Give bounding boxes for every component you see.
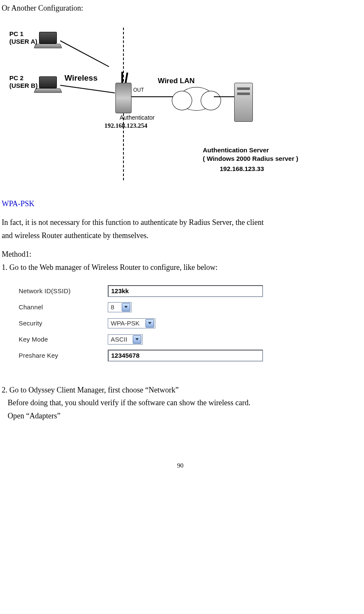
chevron-down-icon [133, 335, 141, 344]
wired-lan-label: Wired LAN [158, 77, 195, 85]
channel-value: 8 [111, 302, 114, 313]
cloud-icon [179, 87, 214, 111]
chevron-down-icon [146, 319, 154, 328]
laptop-pc2-icon [35, 76, 60, 93]
wpa-desc-line1: In fact, it is not necessary for this fu… [2, 216, 359, 229]
connector-line [214, 96, 234, 97]
keymode-value: ASCII [111, 334, 127, 345]
page-number: 90 [2, 460, 359, 471]
step2-line2: Before doing that, you should verify if … [2, 396, 359, 409]
network-diagram: PC 1 (USER A) PC 2 (USER B) Wireless OUT… [9, 28, 315, 189]
out-label: OUT [133, 87, 144, 93]
pc2-label: PC 2 [9, 74, 23, 82]
user-a-label: (USER A) [9, 38, 37, 45]
wpa-desc-line2: and wireless Router authenticate by them… [2, 229, 359, 242]
pc1-label: PC 1 [9, 30, 23, 38]
access-point-icon [115, 83, 131, 112]
connector-line [132, 96, 176, 97]
security-value: WPA-PSK [111, 318, 140, 329]
connector-line [60, 40, 109, 67]
step1-text: 1. Go to the Web manager of Wireless Rou… [2, 261, 359, 274]
server-icon [234, 83, 253, 122]
psk-label: Preshare Key [19, 350, 108, 361]
method1-heading: Method1: [2, 248, 359, 261]
ssid-input[interactable] [108, 285, 263, 297]
intro-line: Or Another Configuration: [2, 2, 359, 15]
connector-line [60, 85, 115, 93]
auth-server-line2: ( Windows 2000 Radius server ) [203, 155, 298, 163]
channel-label: Channel [19, 302, 108, 313]
security-select[interactable]: WPA-PSK [108, 318, 155, 328]
step2-line1: 2. Go to Odyssey Client Manager, first c… [2, 384, 359, 397]
chevron-down-icon [122, 303, 130, 311]
security-label: Security [19, 318, 108, 329]
laptop-pc1-icon [35, 32, 60, 49]
router-config-form: Network ID(SSID) Channel 8 Security WPA-… [12, 275, 297, 378]
keymode-select[interactable]: ASCII [108, 334, 143, 345]
step2-line3: Open “Adapters” [2, 409, 359, 423]
wpa-psk-heading: WPA-PSK [2, 197, 359, 210]
wireless-label: Wireless [64, 73, 98, 83]
keymode-label: Key Mode [19, 334, 108, 345]
auth-server-ip: 192.168.123.33 [220, 165, 264, 173]
authenticator-label: Authenticator [120, 114, 155, 121]
authenticator-ip: 192.168.123.254 [104, 122, 147, 129]
ssid-label: Network ID(SSID) [19, 286, 108, 297]
psk-input[interactable] [108, 350, 263, 362]
auth-server-line1: Authentication Server [203, 146, 269, 154]
user-b-label: (USER B) [9, 82, 38, 90]
channel-select[interactable]: 8 [108, 302, 132, 312]
